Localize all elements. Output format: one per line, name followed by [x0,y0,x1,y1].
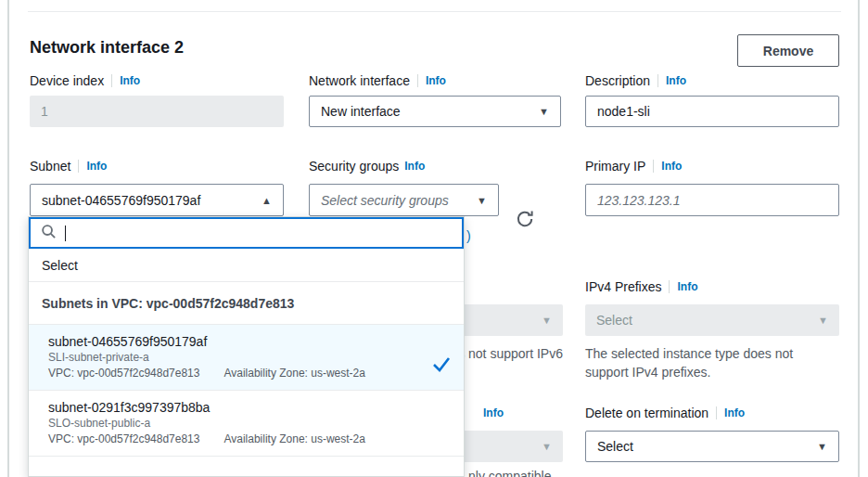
ipv4-prefixes-select-disabled: Select ▼ [585,304,839,336]
device-index-info-link[interactable]: Info [120,74,140,87]
subnet-option-meta: VPC: vpc-00d57f2c948d7e813 Availability … [48,432,427,447]
chevron-up-icon: ▲ [262,195,272,206]
card-left-border [7,0,9,477]
subnet-option-select[interactable]: Select [29,249,464,282]
label-divider [111,74,112,87]
ipv4-prefixes-label: IPv4 Prefixes Info [585,278,697,295]
obscured-field-info-link: Info [483,405,504,421]
delete-on-termination-label: Delete on termination Info [585,405,745,421]
page-title: Network interface 2 [30,38,184,58]
label-divider [716,406,717,419]
description-info-link[interactable]: Info [666,74,686,87]
text-cursor [65,226,66,241]
subnet-search-input[interactable] [29,217,464,249]
security-groups-label: Security groups Info [309,158,425,174]
primary-ip-input[interactable]: 123.123.123.1 [585,184,839,216]
subnet-label: Subnet Info [30,158,107,174]
top-divider [28,11,841,12]
label-divider [653,160,654,173]
refresh-icon [514,219,536,233]
chevron-down-icon: ▼ [542,441,552,452]
obscured-helper-fragment: nly compatible [468,467,552,477]
label-divider [657,74,658,87]
primary-ip-label: Primary IP Info [585,158,682,174]
description-label: Description Info [585,72,686,89]
network-interface-label: Network interface Info [309,72,446,89]
chevron-down-icon: ▼ [477,195,487,206]
ipv4-prefixes-helper-text: The selected instance type does not supp… [585,344,839,382]
description-input[interactable]: node1-sli [585,96,839,127]
device-index-label: Device index Info [30,72,140,89]
ipv4-prefixes-info-link[interactable]: Info [677,280,697,293]
security-groups-select[interactable]: Select security groups ▼ [309,184,499,216]
remove-button[interactable]: Remove [737,34,839,67]
search-icon [41,224,57,242]
network-interface-info-link[interactable]: Info [426,74,446,87]
primary-ip-info-link[interactable]: Info [661,160,682,173]
subnet-option[interactable]: subnet-04655769f950179af SLI-subnet-priv… [29,325,464,391]
subnet-option-name: SLO-subnet-public-a [48,416,427,432]
chevron-down-icon: ▼ [818,315,828,326]
subnet-option-meta: VPC: vpc-00d57f2c948d7e813 Availability … [48,366,427,381]
subnet-option[interactable]: subnet-0291f3c997397b8ba SLO-subnet-publ… [29,391,464,457]
obscured-link-fragment[interactable]: ) [466,228,471,243]
check-icon [431,355,452,375]
subnet-group-header: Subnets in VPC: vpc-00d57f2c948d7e813 [29,282,464,325]
chevron-down-icon: ▼ [817,441,827,452]
delete-on-termination-info-link[interactable]: Info [724,406,745,419]
network-interface-select[interactable]: New interface ▼ [309,96,561,127]
label-divider [78,160,79,173]
subnet-select[interactable]: subnet-04655769f950179af ▲ [30,184,284,216]
security-groups-info-link[interactable]: Info [404,160,425,173]
network-interface-panel: { "header": { "title": "Network interfac… [0,0,868,477]
chevron-down-icon: ▼ [542,315,552,326]
subnet-option-name: SLI-subnet-private-a [48,350,427,366]
subnet-option-id: subnet-04655769f950179af [48,333,427,350]
device-index-field: 1 [30,96,284,127]
card-right-border [858,0,860,477]
chevron-down-icon: ▼ [539,106,549,117]
delete-on-termination-select[interactable]: Select ▼ [585,431,839,462]
refresh-button[interactable] [513,208,537,232]
subnet-info-link[interactable]: Info [86,160,107,173]
label-divider [417,74,418,87]
label-divider [669,280,670,293]
subnet-dropdown-panel: Select Subnets in VPC: vpc-00d57f2c948d7… [28,216,465,477]
subnet-option-id: subnet-0291f3c997397b8ba [48,399,427,416]
